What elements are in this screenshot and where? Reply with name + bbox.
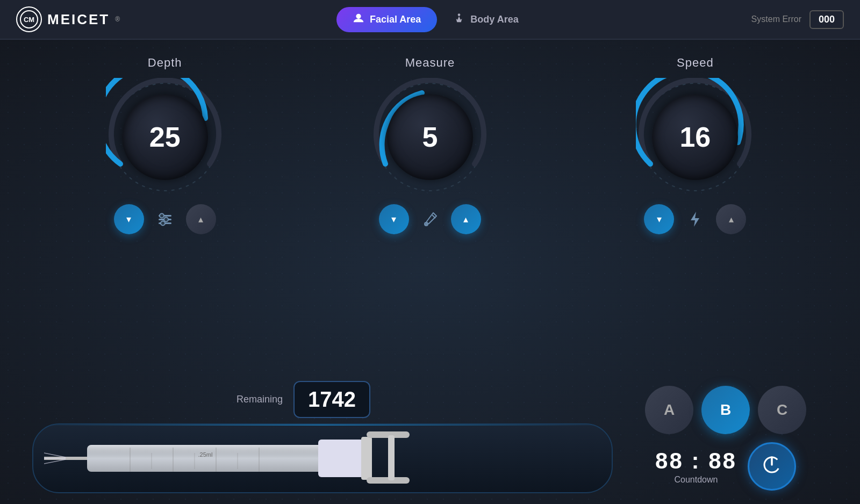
chevron-down-icon: ▾	[126, 213, 131, 225]
logo: CM MEICET ®	[16, 6, 120, 32]
button-a[interactable]: A	[645, 386, 693, 434]
body-icon	[453, 12, 465, 27]
depth-section: Depth 25 ▾	[106, 56, 224, 234]
speed-value: 16	[652, 94, 738, 180]
speed-controls: ▾ ▴	[644, 204, 746, 234]
power-icon	[761, 454, 783, 479]
depth-value: 25	[122, 94, 208, 180]
countdown-display: 88 : 88 Countdown	[655, 448, 737, 485]
chevron-down-icon: ▾	[391, 213, 396, 225]
speed-section: Speed 16 ▾	[636, 56, 754, 234]
tab-body[interactable]: Body Area	[437, 7, 534, 32]
chevron-up-icon: ▴	[198, 213, 203, 225]
svg-marker-15	[691, 212, 699, 227]
eyedropper-icon	[417, 206, 443, 232]
syringe-area: Remaining 1742	[32, 381, 613, 493]
svg-text:.25ml: .25ml	[198, 451, 213, 458]
tab-facial-label: Facial Area	[370, 14, 421, 25]
system-error-value: 000	[809, 10, 844, 29]
depth-knob[interactable]: 25	[106, 78, 224, 196]
header-right: System Error 000	[751, 10, 844, 29]
depth-controls: ▾ ▴	[114, 204, 216, 234]
tab-body-label: Body Area	[470, 14, 518, 25]
measure-section: Measure 5 ▾	[371, 56, 489, 234]
countdown-label: Countdown	[655, 475, 737, 485]
syringe-image: .25ml	[44, 429, 447, 488]
depth-up-button[interactable]: ▴	[186, 204, 216, 234]
right-panel: A B C 88 : 88 Countdown	[624, 386, 828, 493]
header: CM MEICET ® Facial Area Body Area System…	[0, 0, 860, 40]
svg-rect-32	[367, 431, 410, 438]
remaining-label: Remaining	[236, 394, 283, 405]
measure-knob[interactable]: 5	[371, 78, 489, 196]
measure-controls: ▾ ▴	[379, 204, 481, 234]
syringe-track: .25ml	[32, 423, 613, 493]
bottom-section: Remaining 1742	[32, 381, 828, 493]
remaining-value: 1742	[293, 381, 370, 418]
svg-line-13	[432, 215, 435, 218]
button-b-label: B	[720, 401, 731, 419]
svg-point-9	[164, 218, 168, 222]
facial-icon	[353, 12, 364, 27]
chevron-up-icon: ▴	[729, 213, 734, 225]
speed-knob[interactable]: 16	[636, 78, 754, 196]
measure-value: 5	[387, 94, 473, 180]
logo-text: MEICET	[47, 11, 110, 28]
remaining-row: Remaining 1742	[32, 381, 613, 418]
speed-label: Speed	[677, 56, 714, 70]
nav-tabs: Facial Area Body Area	[336, 7, 535, 32]
system-error-label: System Error	[751, 15, 801, 24]
abc-row: A B C	[624, 386, 828, 434]
svg-point-3	[458, 13, 461, 16]
chevron-down-icon: ▾	[657, 213, 662, 225]
svg-text:CM: CM	[24, 16, 34, 24]
countdown-row: 88 : 88 Countdown	[624, 442, 828, 491]
logo-circle: CM	[16, 6, 42, 32]
depth-sliders-icon	[152, 206, 178, 232]
button-c[interactable]: C	[758, 386, 806, 434]
depth-label: Depth	[148, 56, 182, 70]
speed-up-button[interactable]: ▴	[716, 204, 746, 234]
button-b[interactable]: B	[701, 386, 750, 434]
depth-down-button[interactable]: ▾	[114, 204, 144, 234]
svg-rect-31	[361, 437, 372, 480]
svg-point-8	[160, 214, 164, 218]
tab-facial[interactable]: Facial Area	[336, 7, 437, 32]
speed-down-button[interactable]: ▾	[644, 204, 674, 234]
button-c-label: C	[777, 401, 787, 419]
svg-rect-34	[388, 435, 395, 480]
bolt-icon	[682, 206, 708, 232]
measure-down-button[interactable]: ▾	[379, 204, 409, 234]
svg-line-20	[44, 459, 66, 464]
countdown-time: 88 : 88	[655, 448, 737, 474]
button-a-label: A	[664, 401, 675, 419]
logo-registered: ®	[115, 16, 120, 23]
svg-point-10	[161, 221, 165, 226]
svg-line-18	[44, 453, 66, 457]
knobs-row: Depth 25 ▾	[32, 56, 828, 234]
chevron-up-icon: ▴	[463, 213, 468, 225]
main-content: Depth 25 ▾	[0, 40, 860, 504]
measure-up-button[interactable]: ▴	[451, 204, 481, 234]
svg-point-2	[356, 13, 361, 18]
power-button[interactable]	[748, 442, 796, 491]
measure-label: Measure	[405, 56, 455, 70]
